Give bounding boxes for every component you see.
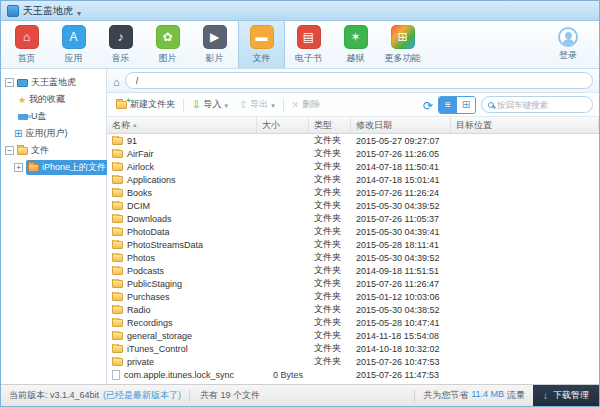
table-row[interactable]: Recordings 文件夹 2015-05-28 10:47:41 [107, 316, 599, 329]
sidebar-item-apps-user[interactable]: 应用(用户) [3, 125, 104, 142]
folder-icon [112, 254, 123, 262]
selected-item: iPhone上的文件 [26, 160, 110, 175]
download-manager-button[interactable]: 下载管理 [533, 385, 599, 406]
file-date: 2014-09-18 11:51:51 [351, 266, 451, 276]
usb-icon [18, 114, 28, 120]
refresh-icon[interactable] [423, 96, 433, 114]
login-button[interactable]: 登录 [539, 21, 597, 68]
favorites-label: 我的收藏 [29, 93, 65, 106]
table-row[interactable]: private 文件夹 2015-07-26 10:47:53 [107, 355, 599, 368]
folder-icon [112, 293, 123, 301]
chevron-down-icon[interactable] [77, 2, 81, 20]
expand-icon[interactable] [14, 163, 23, 172]
sidebar: 天王盖地虎 我的收藏 U盘 应用(用户) 文件 [1, 69, 107, 384]
iphone-files-label: iPhone上的文件 [42, 161, 106, 174]
file-date: 2015-07-26 11:47:53 [351, 370, 451, 380]
file-date: 2015-07-26 11:26:05 [351, 149, 451, 159]
divider [283, 98, 284, 112]
apps-icon: A [62, 25, 86, 49]
nav-items: ⌂ 首页 A 应用 ♪ 音乐 ✿ 图片 ▶ 影片 ▬ 文件 ▤ 电子书 ✶ 越狱… [3, 21, 426, 68]
file-date: 2015-07-26 11:05:37 [351, 214, 451, 224]
table-row[interactable]: Radio 文件夹 2015-05-30 04:38:52 [107, 303, 599, 316]
file-type: 文件夹 [309, 186, 351, 199]
column-header-size[interactable]: 大小 [257, 117, 309, 133]
table-row[interactable]: Applications 文件夹 2014-07-18 15:01:41 [107, 173, 599, 186]
table-row[interactable]: general_storage 文件夹 2014-11-18 15:54:08 [107, 329, 599, 342]
search-box [481, 96, 593, 113]
nav-item-more[interactable]: ⊞ 更多功能 [379, 21, 426, 68]
files-label: 文件 [31, 144, 49, 157]
delete-button[interactable]: 删除 [289, 96, 324, 113]
column-header-type[interactable]: 类型 [309, 117, 351, 133]
file-date: 2015-05-30 04:39:52 [351, 201, 451, 211]
sidebar-item-iphone-files[interactable]: iPhone上的文件 [3, 159, 104, 176]
file-type: 文件夹 [309, 225, 351, 238]
file-type: 文件夹 [309, 199, 351, 212]
table-row[interactable]: Photos 文件夹 2015-05-30 04:39:52 [107, 251, 599, 264]
table-row[interactable]: Downloads 文件夹 2015-07-26 11:05:37 [107, 212, 599, 225]
files-icon: ▬ [250, 25, 274, 49]
nav-item-jailbreak[interactable]: ✶ 越狱 [332, 21, 379, 68]
new-folder-icon [116, 101, 127, 109]
file-date: 2015-07-26 11:26:47 [351, 279, 451, 289]
table-row[interactable]: DCIM 文件夹 2015-05-30 04:39:52 [107, 199, 599, 212]
app-icon [7, 5, 19, 17]
search-input[interactable] [497, 100, 586, 110]
sidebar-item-udisk[interactable]: U盘 [3, 108, 104, 125]
collapse-icon[interactable] [5, 78, 14, 87]
search-icon [488, 102, 494, 108]
nav-item-apps[interactable]: A 应用 [50, 21, 97, 68]
nav-item-music[interactable]: ♪ 音乐 [97, 21, 144, 68]
folder-icon [112, 189, 123, 197]
file-size: 0 Bytes [257, 370, 309, 380]
column-header-name[interactable]: 名称 [107, 117, 257, 133]
nav-item-photos[interactable]: ✿ 图片 [144, 21, 191, 68]
export-button[interactable]: 导出 [236, 96, 278, 113]
chevron-down-icon [271, 100, 275, 110]
file-type: 文件夹 [309, 342, 351, 355]
nav-item-home[interactable]: ⌂ 首页 [3, 21, 50, 68]
delete-icon [292, 100, 300, 110]
file-name: AirFair [127, 149, 154, 159]
traffic-savings: 共为您节省 11.4 MB 流量 [415, 389, 533, 402]
file-type: 文件夹 [309, 329, 351, 342]
file-name: com.apple.itunes.lock_sync [124, 370, 234, 380]
folder-icon [112, 202, 123, 210]
collapse-icon[interactable] [5, 146, 14, 155]
table-row[interactable]: com.apple.itunes.lock_sync 0 Bytes 2015-… [107, 368, 599, 381]
file-type: 文件夹 [309, 316, 351, 329]
nav-item-files[interactable]: ▬ 文件 [238, 21, 285, 68]
folder-icon [112, 332, 123, 340]
sidebar-item-favorites[interactable]: 我的收藏 [3, 91, 104, 108]
nav-item-movies[interactable]: ▶ 影片 [191, 21, 238, 68]
path-input[interactable] [125, 72, 593, 89]
table-row[interactable]: Airlock 文件夹 2014-07-18 11:50:41 [107, 160, 599, 173]
sidebar-item-files[interactable]: 文件 [3, 142, 104, 159]
file-type: 文件夹 [309, 160, 351, 173]
table-row[interactable]: iTunes_Control 文件夹 2014-10-18 10:32:02 [107, 342, 599, 355]
new-folder-button[interactable]: 新建文件夹 [113, 96, 178, 113]
file-date: 2015-01-12 10:03:06 [351, 292, 451, 302]
import-button[interactable]: 导入 [189, 96, 231, 113]
table-row[interactable]: Podcasts 文件夹 2014-09-18 11:51:51 [107, 264, 599, 277]
table-row[interactable]: Purchases 文件夹 2015-01-12 10:03:06 [107, 290, 599, 303]
table-row[interactable]: PhotoStreamsData 文件夹 2015-05-28 18:11:41 [107, 238, 599, 251]
column-header-target[interactable]: 目标位置 [451, 117, 599, 133]
nav-item-ebook[interactable]: ▤ 电子书 [285, 21, 332, 68]
right-tools [423, 96, 593, 114]
table-row[interactable]: PhotoData 文件夹 2015-05-30 04:39:41 [107, 225, 599, 238]
table-row[interactable]: Books 文件夹 2015-07-26 11:26:24 [107, 186, 599, 199]
file-name: Downloads [127, 214, 172, 224]
table-row[interactable]: 91 文件夹 2015-05-27 09:27:07 [107, 134, 599, 147]
more-icon: ⊞ [391, 25, 415, 49]
table-row[interactable]: AirFair 文件夹 2015-07-26 11:26:05 [107, 147, 599, 160]
list-view-button[interactable] [439, 97, 457, 113]
file-type: 文件夹 [309, 251, 351, 264]
file-name: Podcasts [127, 266, 164, 276]
grid-view-button[interactable] [457, 97, 475, 113]
folder-icon [112, 241, 123, 249]
sidebar-item-device[interactable]: 天王盖地虎 [3, 74, 104, 91]
table-row[interactable]: PublicStaging 文件夹 2015-07-26 11:26:47 [107, 277, 599, 290]
home-icon[interactable] [113, 72, 120, 90]
column-header-date[interactable]: 修改日期 [351, 117, 451, 133]
